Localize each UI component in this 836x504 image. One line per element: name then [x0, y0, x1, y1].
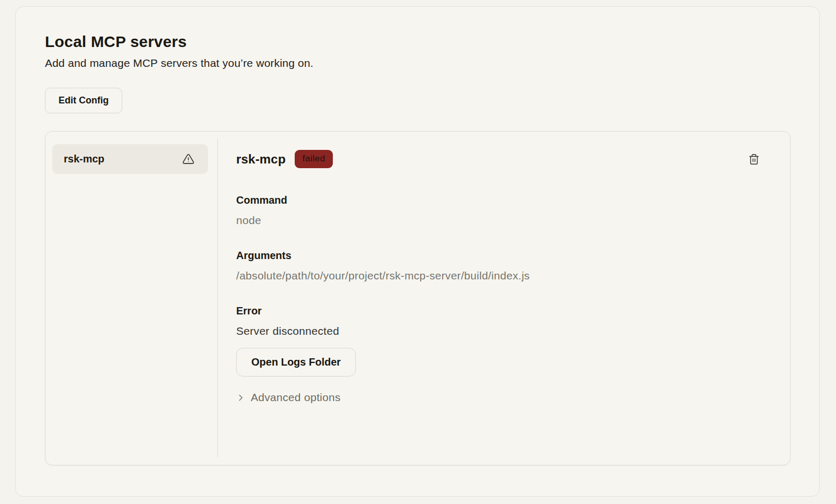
- advanced-options-label: Advanced options: [251, 391, 341, 404]
- command-section: Command node: [236, 194, 761, 227]
- server-detail-header: rsk-mcp failed: [236, 150, 761, 168]
- arguments-value: /absolute/path/to/your/project/rsk-mcp-s…: [236, 269, 761, 282]
- server-name: rsk-mcp: [236, 152, 286, 167]
- command-value: node: [236, 214, 761, 227]
- trash-icon: [748, 153, 760, 166]
- page-subtitle: Add and manage MCP servers that you’re w…: [45, 57, 791, 69]
- chevron-right-icon: [236, 393, 245, 402]
- server-list-item-name: rsk-mcp: [64, 153, 104, 165]
- status-badge: failed: [295, 150, 333, 168]
- advanced-options-toggle[interactable]: Advanced options: [236, 391, 341, 404]
- server-detail: rsk-mcp failed Command: [217, 132, 790, 465]
- open-logs-folder-button[interactable]: Open Logs Folder: [236, 348, 356, 377]
- settings-card: Local MCP servers Add and manage MCP ser…: [15, 6, 820, 497]
- page-title: Local MCP servers: [45, 33, 791, 51]
- command-label: Command: [236, 194, 761, 206]
- server-list-item-rsk-mcp[interactable]: rsk-mcp: [52, 144, 208, 174]
- error-label: Error: [236, 305, 761, 317]
- servers-panel: rsk-mcp rsk-mcp failed: [45, 131, 791, 465]
- arguments-label: Arguments: [236, 250, 761, 262]
- arguments-section: Arguments /absolute/path/to/your/project…: [236, 250, 761, 282]
- delete-server-button[interactable]: [747, 152, 761, 167]
- server-list: rsk-mcp: [45, 132, 217, 465]
- error-section: Error Server disconnected Open Logs Fold…: [236, 305, 761, 377]
- panel-divider: [217, 139, 218, 458]
- error-value: Server disconnected: [236, 325, 761, 337]
- edit-config-button[interactable]: Edit Config: [45, 88, 122, 113]
- warning-triangle-icon: [182, 153, 194, 165]
